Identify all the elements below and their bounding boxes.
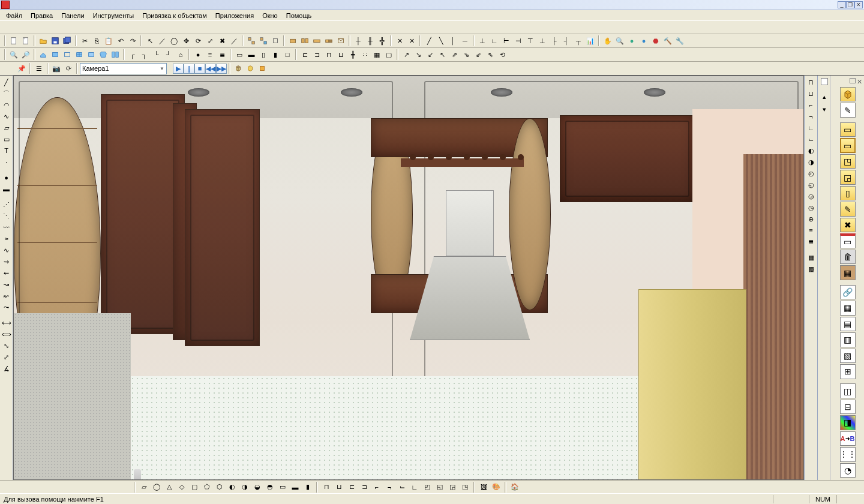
hammer1-icon[interactable]: 🔨 (662, 35, 674, 47)
rt-f-icon[interactable]: ⌙ (806, 134, 817, 145)
lib-grid2-icon[interactable]: ▤ (840, 317, 856, 331)
r4-icon[interactable]: ↖ (436, 49, 448, 61)
t2b2-icon[interactable]: ⊐ (311, 49, 323, 61)
chart-icon[interactable]: 📊 (584, 35, 596, 47)
panel2-icon[interactable]: ▬ (245, 49, 257, 61)
bt-shape3-icon[interactable]: △ (163, 481, 175, 493)
lib-tools-icon[interactable]: ✖ (840, 218, 856, 232)
lib-box3d-icon[interactable] (840, 87, 856, 101)
menu-edit[interactable]: Правка (27, 11, 56, 20)
rt-i-icon[interactable]: ◴ (806, 168, 817, 179)
vt-dim3-icon[interactable]: ⤡ (1, 340, 12, 351)
camera-icon[interactable]: 📷 (50, 62, 62, 74)
new-file-icon[interactable] (8, 35, 20, 47)
box4-icon[interactable] (323, 35, 335, 47)
globe2-icon[interactable]: ● (638, 35, 650, 47)
stop-sign-icon[interactable]: ⬣ (650, 35, 662, 47)
lib-panel-s-icon[interactable]: ▯ (840, 186, 856, 200)
cut-icon[interactable]: ✂ (79, 35, 91, 47)
rt-g-icon[interactable]: ◐ (806, 145, 817, 156)
rep-icon[interactable]: ⟲ (496, 49, 508, 61)
stop-button[interactable]: ■ (194, 64, 205, 74)
vt-dim1-icon[interactable]: ⟷ (1, 317, 12, 328)
bt-op2-icon[interactable]: ⊔ (333, 481, 345, 493)
restore-button[interactable]: ❐ (846, 1, 854, 8)
lib-panel-l-icon[interactable]: ◳ (840, 154, 856, 169)
panel-close-icon[interactable]: ✕ (857, 78, 862, 86)
rt-n-icon[interactable]: ≡ (806, 225, 817, 236)
vt-arc1-icon[interactable]: ⌒ (1, 88, 12, 99)
rt-e-icon[interactable]: ∟ (806, 122, 817, 133)
bt-shape13-icon[interactable]: ▬ (289, 481, 301, 493)
bt-op7-icon[interactable]: ⌙ (396, 481, 408, 493)
bt-op8-icon[interactable]: ∟ (409, 481, 421, 493)
lib-unit-icon[interactable]: ▦ (840, 265, 856, 280)
view7-icon[interactable] (109, 49, 121, 61)
lib-edit-icon[interactable]: ✎ (840, 103, 856, 117)
box1-icon[interactable] (287, 35, 299, 47)
zoom-extents-icon[interactable]: 🔍 (614, 35, 626, 47)
bt-shape1-icon[interactable]: ▱ (138, 481, 150, 493)
lib-replace-icon[interactable]: A➜B (840, 431, 856, 446)
r5-icon[interactable]: ⇗ (448, 49, 460, 61)
view3-icon[interactable] (61, 49, 73, 61)
menu-panels[interactable]: Панели (58, 11, 88, 20)
lib-up-icon[interactable]: ▴ (819, 91, 830, 102)
lib-save-icon[interactable]: ▭ (840, 233, 856, 248)
rt-a-icon[interactable]: ⊓ (806, 77, 817, 88)
r3-icon[interactable]: ↙ (424, 49, 436, 61)
view4-icon[interactable] (73, 49, 85, 61)
group2-icon[interactable] (257, 35, 269, 47)
rt-o-icon[interactable]: ≣ (806, 236, 817, 247)
view1-icon[interactable] (37, 49, 49, 61)
blob2-icon[interactable]: ≡ (204, 49, 216, 61)
lib-grid6-icon[interactable]: ⊟ (840, 400, 856, 414)
hand-pan-icon[interactable]: ✋ (602, 35, 614, 47)
box2-icon[interactable] (299, 35, 311, 47)
sq-icon[interactable]: ▢ (383, 49, 395, 61)
zoom-out-icon[interactable]: 🔎 (20, 49, 32, 61)
group1-icon[interactable] (245, 35, 257, 47)
save-all-icon[interactable] (61, 35, 73, 47)
node1-icon[interactable]: ┌ (127, 49, 139, 61)
panel4-icon[interactable]: ▮ (269, 49, 281, 61)
menu-window[interactable]: Окно (259, 11, 281, 20)
snap-a-icon[interactable]: ⊥ (476, 35, 488, 47)
dots-icon[interactable]: ∷ (359, 49, 371, 61)
bt-op10-icon[interactable]: ◱ (434, 481, 446, 493)
cube2-icon[interactable] (244, 62, 256, 74)
panel-dock-icon[interactable] (821, 78, 828, 85)
panel1-icon[interactable]: ▭ (233, 49, 245, 61)
vt-spline-icon[interactable]: ∿ (1, 111, 12, 122)
lib-connect-icon[interactable]: 🔗 (840, 285, 856, 299)
delete-icon[interactable]: ✖ (216, 35, 228, 47)
line-tool-icon[interactable]: ／ (156, 35, 168, 47)
rt-k-icon[interactable]: ◶ (806, 191, 817, 202)
trim3-icon[interactable]: │ (447, 35, 459, 47)
bt-op12-icon[interactable]: ◳ (459, 481, 471, 493)
lib-pie-icon[interactable]: ◔ (840, 463, 856, 478)
vt-dim2-icon[interactable]: ⟺ (1, 329, 12, 340)
cube3-icon[interactable] (256, 62, 268, 74)
bt-op5-icon[interactable]: ⌐ (371, 481, 383, 493)
lib-color-icon[interactable]: ◨ (840, 415, 856, 430)
save-icon[interactable] (49, 35, 61, 47)
bt-op3-icon[interactable]: ⊏ (346, 481, 358, 493)
rt-q-icon[interactable]: ▩ (806, 263, 817, 274)
vt-wav10-icon[interactable]: ⤳ (1, 302, 12, 313)
hammer2-icon[interactable]: 🔧 (674, 35, 686, 47)
box3-icon[interactable] (311, 35, 323, 47)
vt-wav3-icon[interactable]: 〰 (1, 222, 12, 233)
bt-shape10-icon[interactable]: ◒ (251, 481, 263, 493)
rt-c-icon[interactable]: ⌐ (806, 100, 817, 110)
vt-wav5-icon[interactable]: ∿ (1, 245, 12, 256)
bt-shape2-icon[interactable]: ◯ (151, 481, 163, 493)
vt-wav8-icon[interactable]: ↝ (1, 279, 12, 290)
r7-icon[interactable]: ⇙ (472, 49, 484, 61)
rt-p-icon[interactable]: ▦ (806, 252, 817, 263)
snap3-icon[interactable]: ╬ (376, 35, 388, 47)
vt-poly-icon[interactable]: ▱ (1, 122, 12, 133)
camera-select[interactable]: Камера1 ▼ (80, 63, 167, 74)
vt-arc2-icon[interactable]: ◠ (1, 100, 12, 110)
bt-op11-icon[interactable]: ◲ (446, 481, 458, 493)
